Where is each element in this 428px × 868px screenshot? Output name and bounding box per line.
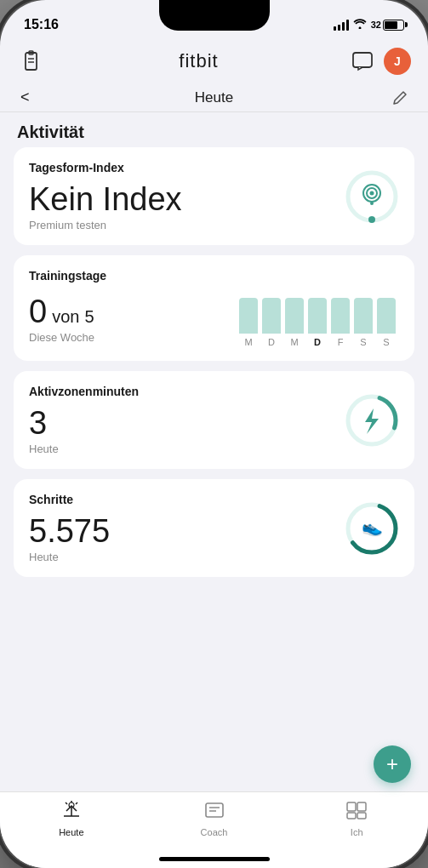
svg-rect-25	[347, 802, 356, 811]
bar-chart	[239, 291, 396, 334]
coach-icon	[204, 801, 225, 825]
battery-level: 32	[371, 20, 381, 30]
pencil-icon	[392, 90, 408, 106]
svg-point-10	[370, 202, 374, 205]
tagesform-card[interactable]: Tagesform-Index Kein Index Premium teste…	[14, 147, 414, 245]
training-card-inner: 0 von 5 Diese Woche	[29, 291, 399, 347]
home-indicator	[159, 857, 270, 861]
bar-mon	[239, 298, 258, 334]
content-wrapper: fitbit J < Heute	[0, 43, 428, 868]
training-target: 5	[84, 307, 94, 327]
svg-line-20	[66, 802, 67, 804]
bar-label-thu: D	[308, 337, 327, 347]
app-title: fitbit	[179, 50, 218, 72]
app-header: fitbit J	[0, 43, 428, 83]
bar-labels: M D M D F S S	[239, 337, 396, 347]
svg-line-19	[76, 802, 77, 804]
tab-ich[interactable]: Ich	[285, 801, 428, 837]
bar-wed	[285, 298, 304, 334]
chat-icon	[351, 51, 374, 71]
training-left: 0 von 5 Diese Woche	[29, 295, 239, 344]
training-von: von	[52, 307, 79, 327]
svg-text:👟: 👟	[362, 517, 383, 537]
bar-fri	[331, 298, 350, 334]
svg-rect-4	[353, 53, 372, 67]
svg-rect-27	[347, 813, 356, 819]
tab-coach[interactable]: Coach	[143, 801, 286, 837]
training-right: M D M D F S S	[239, 291, 399, 347]
user-avatar-button[interactable]: J	[384, 48, 411, 75]
status-icons: 32	[334, 19, 404, 31]
svg-point-5	[348, 173, 396, 220]
training-card[interactable]: Trainingstage 0 von 5 Diese Woche	[14, 255, 414, 361]
training-value: 0	[29, 295, 47, 328]
bar-sat	[354, 298, 373, 334]
avatar-initial: J	[394, 54, 401, 68]
aktivzonen-ring	[341, 390, 402, 451]
training-label: Trainingstage	[29, 269, 399, 283]
aktivzonen-card[interactable]: Aktivzonenminuten 3 Heute	[14, 371, 414, 469]
device-icon	[21, 50, 43, 72]
notch	[159, 0, 270, 31]
bar-label-mon: M	[239, 337, 258, 347]
training-value-row: 0 von 5	[29, 295, 239, 328]
bar-thu	[308, 298, 327, 334]
signal-icon	[334, 19, 349, 31]
header-right-icons: J	[350, 48, 411, 75]
bar-label-fri: F	[331, 337, 350, 347]
svg-rect-28	[357, 813, 366, 819]
schritte-ring: 👟	[341, 498, 402, 559]
wifi-icon	[353, 19, 367, 31]
status-time: 15:16	[24, 17, 59, 32]
nav-bar: < Heute	[0, 83, 428, 112]
fab-button[interactable]: +	[374, 745, 411, 783]
training-subtext: Diese Woche	[29, 331, 239, 344]
scroll-content[interactable]: Tagesform-Index Kein Index Premium teste…	[0, 147, 428, 868]
tab-heute[interactable]: Heute	[0, 801, 143, 837]
svg-rect-0	[26, 53, 37, 70]
schritte-card[interactable]: Schritte 5.575 Heute 👟	[14, 479, 414, 577]
ich-tab-label: Ich	[351, 827, 363, 837]
device-icon-button[interactable]	[17, 46, 48, 77]
svg-rect-22	[206, 803, 223, 817]
coach-tab-label: Coach	[201, 827, 228, 837]
bar-sun	[377, 298, 396, 334]
bar-label-sat: S	[354, 337, 373, 347]
bar-label-sun: S	[377, 337, 396, 347]
heute-tab-label: Heute	[59, 827, 83, 837]
chat-button[interactable]	[350, 49, 375, 74]
tagesform-ring	[341, 166, 402, 227]
ich-icon	[345, 801, 368, 825]
svg-rect-26	[357, 802, 366, 811]
bar-label-tue: D	[262, 337, 281, 347]
bar-tue	[262, 298, 281, 334]
battery-icon: 32	[371, 20, 404, 31]
back-button[interactable]: <	[20, 89, 46, 106]
nav-title: Heute	[195, 89, 233, 106]
fab-icon: +	[386, 752, 398, 776]
phone-frame: 15:16 32	[0, 0, 428, 868]
bar-label-wed: M	[285, 337, 304, 347]
edit-button[interactable]	[382, 90, 408, 106]
section-label: Aktivität	[0, 112, 428, 147]
main-content: Tagesform-Index Kein Index Premium teste…	[14, 147, 414, 676]
svg-point-6	[368, 216, 375, 223]
heute-icon	[60, 801, 83, 825]
svg-point-9	[370, 191, 374, 195]
